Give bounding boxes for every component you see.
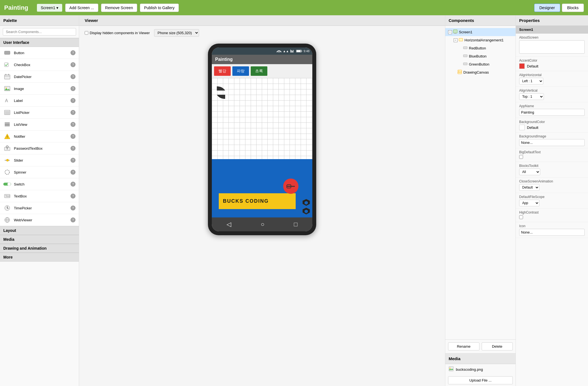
prop-alignvertical-select[interactable]: Top : 1 Bottom : 3 Center : 2 — [519, 93, 544, 100]
image-help[interactable]: ? — [71, 86, 76, 91]
passwordtextbox-help[interactable]: ? — [71, 146, 76, 151]
switch-help[interactable]: ? — [71, 182, 76, 187]
checkbox-label: CheckBox — [14, 63, 71, 67]
listview-icon — [3, 121, 11, 128]
textbox-help[interactable]: ? — [71, 194, 76, 199]
label-help[interactable]: ? — [71, 98, 76, 103]
palette-item-webviewer[interactable]: WebViewer ? — [0, 214, 79, 226]
svg-rect-40 — [301, 51, 302, 52]
prop-closescreenanimation: CloseScreenAnimation Default Fade Zoom — [516, 177, 588, 193]
palette-item-switch[interactable]: Switch ? — [0, 178, 79, 190]
webviewer-label: WebViewer — [14, 218, 71, 222]
svg-rect-35 — [290, 50, 291, 52]
comp-item-redbtn[interactable]: RedButton — [456, 44, 516, 52]
prop-aboutscreen-value[interactable] — [519, 40, 585, 54]
designer-button[interactable]: Designer — [534, 4, 560, 12]
prop-alignhorizontal-select[interactable]: Left : 1 Right : 3 Center : 2 — [519, 78, 543, 84]
datepicker-help[interactable]: ? — [71, 74, 76, 79]
prop-closescreenanimation-label: CloseScreenAnimation — [519, 179, 585, 183]
comp-label-screen1: Screen1 — [459, 30, 472, 34]
palette-item-checkbox[interactable]: CheckBox ? — [0, 59, 79, 71]
screen-selector-button[interactable]: Screen1 ▾ — [37, 4, 62, 12]
section-more[interactable]: More — [0, 253, 79, 262]
svg-rect-51 — [449, 367, 453, 371]
palette-item-image[interactable]: Image ? — [0, 83, 79, 95]
button-help[interactable]: ? — [71, 50, 76, 55]
upload-file-button[interactable]: Upload File ... — [448, 376, 513, 384]
section-drawing[interactable]: Drawing and Animation — [0, 244, 79, 253]
palette-item-button[interactable]: Button ? — [0, 47, 79, 59]
palette-item-label[interactable]: A Label ? — [0, 95, 79, 107]
prop-highcontrast-checkbox[interactable] — [519, 215, 523, 219]
prop-bgcolor-label: BackgroundColor — [519, 120, 585, 124]
nav-back-icon[interactable]: ◁ — [227, 221, 231, 228]
prop-closescreenanimation-select[interactable]: Default Fade Zoom — [519, 184, 539, 191]
comp-item-ha1[interactable]: − HorizontalArrangement1 — [451, 36, 516, 44]
display-hidden-checkbox[interactable] — [85, 31, 88, 35]
phone-red-btn[interactable]: 빨강 — [214, 66, 231, 76]
rename-button[interactable]: Rename — [448, 342, 479, 350]
palette-item-listpicker[interactable]: ListPicker ? — [0, 107, 79, 119]
timepicker-label: TimePicker — [14, 206, 71, 210]
prop-bigdefaulttext-checkbox[interactable] — [519, 155, 523, 159]
phone-canvas[interactable]: BUCKS CODING — [212, 78, 312, 217]
svg-point-23 — [5, 170, 9, 174]
svg-point-20 — [7, 148, 8, 149]
blocks-button[interactable]: Blocks — [562, 4, 584, 12]
slider-icon — [3, 156, 11, 164]
comp-item-greenbtn[interactable]: GreenButton — [456, 60, 516, 68]
palette-item-datepicker[interactable]: DatePicker ? — [0, 71, 79, 83]
bluebtn-icon — [463, 54, 468, 59]
bgcolor-swatch[interactable] — [519, 125, 525, 130]
webviewer-help[interactable]: ? — [71, 217, 76, 222]
prop-highcontrast-label: HighContrast — [519, 210, 585, 214]
prop-blockstoolkit-select[interactable]: All Minimal — [519, 169, 540, 175]
publish-button[interactable]: Publish to Gallery — [140, 4, 179, 12]
prop-defaultfilescope-select[interactable]: App Shared Private Legacy — [519, 200, 539, 206]
spinner-help[interactable]: ? — [71, 170, 76, 175]
palette-item-timepicker[interactable]: TimePicker ? — [0, 202, 79, 214]
comp-item-screen1[interactable]: − Screen1 — [445, 28, 516, 36]
comp-label-bluebtn: BlueButton — [469, 54, 487, 58]
comp-toggle-screen1[interactable]: − — [448, 30, 452, 34]
timepicker-help[interactable]: ? — [71, 205, 76, 210]
prop-aboutscreen-label: AboutScreen — [519, 36, 585, 39]
timepicker-icon — [3, 204, 11, 212]
prop-bgcolor: BackgroundColor Default — [516, 118, 588, 132]
palette-item-slider[interactable]: Slider ? — [0, 154, 79, 166]
nav-recents-icon[interactable]: □ — [294, 221, 298, 228]
prop-icon-input[interactable] — [519, 229, 585, 236]
app-title: Painting — [4, 4, 28, 11]
palette-item-passwordtextbox[interactable]: PasswordTextBox ? — [0, 142, 79, 154]
listview-help[interactable]: ? — [71, 122, 76, 127]
prop-bgimage-input[interactable] — [519, 139, 585, 146]
section-layout[interactable]: Layout — [0, 226, 79, 235]
prop-defaultfilescope-label: DefaultFileScope — [519, 195, 585, 199]
listpicker-help[interactable]: ? — [71, 110, 76, 115]
nav-home-icon[interactable]: ○ — [261, 221, 264, 228]
accentcolor-swatch[interactable] — [519, 63, 525, 69]
section-media[interactable]: Media — [0, 235, 79, 244]
palette-item-spinner[interactable]: Spinner ? — [0, 166, 79, 178]
remove-screen-button[interactable]: Remove Screen — [101, 4, 137, 12]
section-user-interface[interactable]: User Interface — [0, 38, 79, 47]
checkbox-help[interactable]: ? — [71, 62, 76, 67]
comp-item-canvas[interactable]: DrawingCanvas — [451, 68, 516, 76]
notifier-help[interactable]: ? — [71, 134, 76, 139]
prop-bgcolor-value: Default — [519, 125, 585, 130]
comp-item-bluebtn[interactable]: BlueButton — [456, 52, 516, 60]
phone-green-btn[interactable]: 초록 — [251, 66, 267, 76]
add-screen-button[interactable]: Add Screen ... — [65, 4, 98, 12]
comp-toggle-ha1[interactable]: − — [454, 38, 458, 42]
prop-appname-input[interactable] — [519, 109, 585, 116]
delete-button[interactable]: Delete — [482, 342, 513, 350]
palette-item-textbox[interactable]: Text TextBox ? — [0, 190, 79, 202]
search-input[interactable] — [3, 28, 76, 36]
datepicker-label: DatePicker — [14, 75, 71, 79]
svg-rect-47 — [463, 55, 467, 57]
phone-size-select[interactable]: Phone size (505,320) — [154, 29, 199, 37]
phone-blue-btn[interactable]: 파랑 — [232, 66, 249, 76]
slider-help[interactable]: ? — [71, 158, 76, 163]
palette-item-notifier[interactable]: ! Notifier ? — [0, 131, 79, 142]
palette-item-listview[interactable]: ListView ? — [0, 119, 79, 131]
